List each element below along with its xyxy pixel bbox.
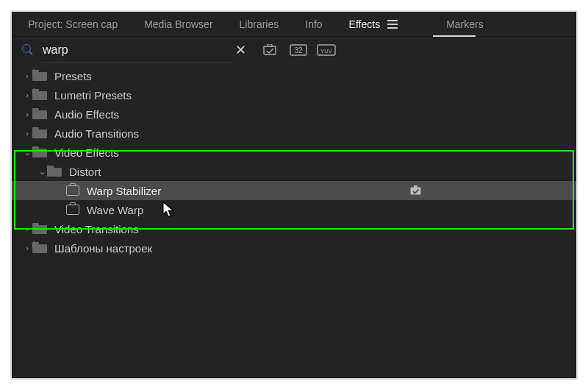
svg-rect-6 bbox=[411, 188, 421, 195]
effects-tree: › ★ Presets › ★ Lumetri Presets › Audio … bbox=[12, 63, 576, 258]
chevron-right-icon: › bbox=[22, 129, 32, 138]
tab-info[interactable]: Info bbox=[292, 12, 335, 37]
tree-label: Шаблоны настроек bbox=[54, 242, 152, 255]
svg-text:32: 32 bbox=[294, 46, 303, 54]
tree-item-wave-warp[interactable]: Wave Warp bbox=[12, 200, 576, 219]
svg-rect-0 bbox=[264, 46, 276, 54]
panel-menu-icon[interactable] bbox=[387, 20, 398, 29]
filter-yuv-icon[interactable]: YUV bbox=[317, 42, 336, 58]
folder-icon bbox=[32, 108, 49, 120]
tree-label: Video Transitions bbox=[54, 223, 139, 235]
tree-item-distort[interactable]: ⌄ Distort bbox=[12, 162, 576, 181]
folder-icon bbox=[32, 223, 49, 235]
tab-label: Project: Screen cap bbox=[28, 18, 118, 30]
filter-32bit-icon[interactable]: 32 bbox=[289, 42, 308, 58]
chevron-right-icon: › bbox=[22, 110, 32, 118]
tab-label: Effects bbox=[349, 18, 381, 30]
tree-label: Presets bbox=[54, 70, 92, 82]
tree-item-video-effects[interactable]: ⌄ Video Effects bbox=[12, 143, 576, 162]
tab-label: Info bbox=[305, 18, 322, 30]
tree-item-audio-effects[interactable]: › Audio Effects bbox=[12, 104, 576, 124]
tree-label: Warp Stabilizer bbox=[87, 185, 161, 197]
tree-item-lumetri-presets[interactable]: › ★ Lumetri Presets bbox=[12, 85, 576, 104]
tab-label: Media Browser bbox=[144, 18, 212, 30]
tab-label: Libraries bbox=[240, 18, 279, 30]
svg-rect-1 bbox=[268, 44, 272, 46]
active-tab-underline bbox=[433, 35, 476, 37]
svg-text:YUV: YUV bbox=[320, 48, 331, 54]
tree-label: Wave Warp bbox=[87, 204, 143, 216]
tree-item-audio-transitions[interactable]: › Audio Transitions bbox=[12, 124, 576, 143]
effects-search-input[interactable] bbox=[43, 43, 226, 57]
tree-label: Distort bbox=[69, 166, 101, 178]
tab-libraries[interactable]: Libraries bbox=[226, 12, 293, 37]
tree-label: Video Effects bbox=[54, 146, 119, 159]
panel-tab-strip: Project: Screen cap Media Browser Librar… bbox=[12, 12, 576, 37]
chevron-down-icon: ⌄ bbox=[37, 167, 47, 177]
search-underline bbox=[41, 62, 234, 63]
chevron-down-icon: ⌄ bbox=[22, 148, 32, 157]
tab-effects[interactable]: Effects bbox=[336, 12, 412, 37]
tree-item-presets[interactable]: › ★ Presets bbox=[12, 66, 576, 85]
tab-media-browser[interactable]: Media Browser bbox=[131, 12, 226, 37]
tab-markers[interactable]: Markers bbox=[433, 12, 497, 37]
effects-panel: Project: Screen cap Media Browser Librar… bbox=[10, 10, 578, 380]
search-icon bbox=[22, 44, 34, 56]
chevron-right-icon: › bbox=[22, 224, 32, 233]
tree-label: Audio Transitions bbox=[54, 127, 139, 140]
tree-label: Lumetri Presets bbox=[54, 89, 132, 102]
folder-star-icon: ★ bbox=[32, 242, 49, 254]
filter-accelerated-icon[interactable] bbox=[261, 42, 280, 58]
folder-star-icon: ★ bbox=[32, 70, 49, 82]
tree-item-warp-stabilizer[interactable]: Warp Stabilizer bbox=[12, 181, 576, 200]
effects-search-row: ✕ 32 YUV bbox=[12, 37, 576, 63]
tab-label: Markers bbox=[446, 18, 484, 30]
tab-project[interactable]: Project: Screen cap bbox=[15, 12, 131, 37]
clear-search-button[interactable]: ✕ bbox=[235, 42, 246, 58]
tree-item-video-transitions[interactable]: › Video Transitions bbox=[12, 219, 576, 238]
folder-star-icon: ★ bbox=[32, 89, 49, 101]
effect-preset-icon bbox=[66, 205, 79, 215]
folder-icon bbox=[32, 127, 49, 139]
effect-preset-icon bbox=[66, 185, 79, 196]
folder-icon bbox=[47, 166, 63, 177]
folder-icon bbox=[32, 146, 49, 158]
gpu-accelerated-badge-icon bbox=[410, 185, 422, 196]
tree-label: Audio Effects bbox=[54, 108, 119, 121]
tree-item-templates[interactable]: › ★ Шаблоны настроек bbox=[12, 238, 576, 258]
svg-rect-7 bbox=[414, 185, 417, 188]
